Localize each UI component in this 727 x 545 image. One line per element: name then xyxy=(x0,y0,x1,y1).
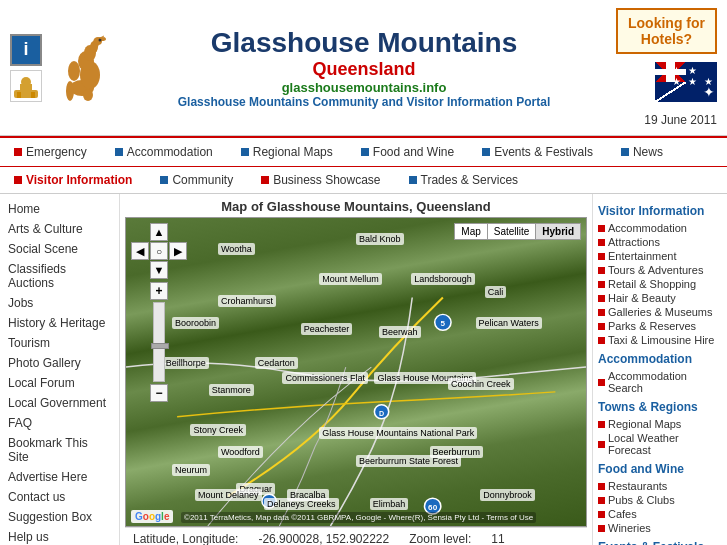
nav-square-icon xyxy=(14,176,22,184)
right-link-restaurants[interactable]: Restaurants xyxy=(598,479,722,493)
right-link-wineries[interactable]: Wineries xyxy=(598,521,722,535)
map-label-coochin: Coochin Creek xyxy=(448,378,514,390)
map-label-pelican: Pelican Waters xyxy=(476,317,542,329)
sidebar-arts-culture[interactable]: Arts & Culture xyxy=(0,219,119,239)
sidebar-advertise[interactable]: Advertise Here xyxy=(0,467,119,487)
map-label-crohamhurst: Crohamhurst xyxy=(218,295,276,307)
right-link-cafes[interactable]: Cafes xyxy=(598,507,722,521)
sidebar-home[interactable]: Home xyxy=(0,199,119,219)
svg-text:5: 5 xyxy=(441,319,446,328)
right-square-icon xyxy=(598,225,605,232)
main-nav: Emergency Accommodation Regional Maps Fo… xyxy=(0,136,727,167)
svg-point-14 xyxy=(66,81,74,101)
nav-emergency[interactable]: Emergency xyxy=(0,142,101,162)
map-label-peachester: Peachester xyxy=(301,323,353,335)
right-square-icon xyxy=(598,483,605,490)
map-zoom-slider[interactable] xyxy=(153,302,165,382)
zoom-value: 11 xyxy=(491,532,504,545)
map-label-cedarton: Cedarton xyxy=(255,357,298,369)
sidebar-tourism[interactable]: Tourism xyxy=(0,333,119,353)
nav-news[interactable]: News xyxy=(607,142,677,162)
nav-square-icon xyxy=(621,148,629,156)
nav-square-icon xyxy=(14,148,22,156)
nav-visitor-info[interactable]: Visitor Information xyxy=(0,170,146,190)
map-label-delaneys: Delaneys Creeks xyxy=(264,498,339,510)
svg-point-16 xyxy=(99,38,102,41)
right-link-taxi[interactable]: Taxi & Limousine Hire xyxy=(598,333,722,347)
map-label-baldknob: Bald Knob xyxy=(356,233,404,245)
svg-rect-3 xyxy=(17,92,21,98)
right-link-accom-search[interactable]: Accommodation Search xyxy=(598,369,722,395)
nav-community[interactable]: Community xyxy=(146,170,247,190)
nav-trades-services[interactable]: Trades & Services xyxy=(395,170,533,190)
right-link-weather[interactable]: Local Weather Forecast xyxy=(598,431,722,457)
right-link-regional-maps[interactable]: Regional Maps xyxy=(598,417,722,431)
map-nav-right[interactable]: ▶ xyxy=(169,242,187,260)
right-link-entertainment[interactable]: Entertainment xyxy=(598,249,722,263)
nav-square-icon xyxy=(261,176,269,184)
sidebar-bookmark[interactable]: Bookmark This Site xyxy=(0,433,119,467)
right-link-retail[interactable]: Retail & Shopping xyxy=(598,277,722,291)
map-btn-satellite[interactable]: Satellite xyxy=(488,224,537,239)
sidebar-help[interactable]: Help us xyxy=(0,527,119,545)
sidebar-faq[interactable]: FAQ xyxy=(0,413,119,433)
map-zoom-out[interactable]: − xyxy=(150,384,168,402)
sidebar-contact[interactable]: Contact us xyxy=(0,487,119,507)
right-section-towns-regions[interactable]: Towns & Regions xyxy=(598,400,722,414)
coords-value: -26.900028, 152.902222 xyxy=(258,532,389,545)
map-nav-down[interactable]: ▼ xyxy=(150,261,168,279)
map-btn-hybrid[interactable]: Hybrid xyxy=(536,224,580,239)
map-label-mount-delaney: Mount Delaney xyxy=(195,489,262,501)
map-nav-center[interactable]: ○ xyxy=(150,242,168,260)
sidebar-photo-gallery[interactable]: Photo Gallery xyxy=(0,353,119,373)
site-url[interactable]: glasshousemountains.info xyxy=(112,80,616,95)
site-subtitle: Queensland xyxy=(112,59,616,80)
map-title: Map of Glasshouse Mountains, Queensland xyxy=(125,199,587,214)
sidebar-suggestion[interactable]: Suggestion Box xyxy=(0,507,119,527)
map-label-stanmore: Stanmore xyxy=(209,384,254,396)
svg-point-13 xyxy=(68,61,80,81)
nav-accommodation[interactable]: Accommodation xyxy=(101,142,227,162)
right-link-accommodation[interactable]: Accommodation xyxy=(598,221,722,235)
nav-square-icon xyxy=(115,148,123,156)
right-section-accommodation[interactable]: Accommodation xyxy=(598,352,722,366)
nav-events[interactable]: Events & Festivals xyxy=(468,142,607,162)
right-section-visitor-info[interactable]: Visitor Information xyxy=(598,204,722,218)
nav-regional-maps[interactable]: Regional Maps xyxy=(227,142,347,162)
sidebar-local-forum[interactable]: Local Forum xyxy=(0,373,119,393)
map-btn-map[interactable]: Map xyxy=(455,224,487,239)
google-logo: Google xyxy=(131,510,173,523)
nav-square-icon xyxy=(160,176,168,184)
right-section-food-wine[interactable]: Food and Wine xyxy=(598,462,722,476)
hotel-search-box[interactable]: Looking for Hotels? xyxy=(616,8,717,54)
coords-bar: Latitude, Longitude: -26.900028, 152.902… xyxy=(125,527,587,545)
map-area: Map of Glasshouse Mountains, Queensland … xyxy=(120,194,592,545)
nav-business-showcase[interactable]: Business Showcase xyxy=(247,170,394,190)
sidebar-social-scene[interactable]: Social Scene xyxy=(0,239,119,259)
right-section-events[interactable]: Events & Festivals xyxy=(598,540,722,545)
map-label-neurum: Neurum xyxy=(172,464,210,476)
svg-text:60: 60 xyxy=(428,503,438,512)
sidebar-jobs[interactable]: Jobs xyxy=(0,293,119,313)
map-zoom-in[interactable]: + xyxy=(150,282,168,300)
nav-square-icon xyxy=(482,148,490,156)
map-label-cali: Cali xyxy=(485,286,507,298)
right-link-tours[interactable]: Tours & Adventures xyxy=(598,263,722,277)
map-container[interactable]: 5 D 60 6 Wootha Bald Knob Mount Mellum L… xyxy=(125,217,587,527)
right-link-hair[interactable]: Hair & Beauty xyxy=(598,291,722,305)
map-nav-up[interactable]: ▲ xyxy=(150,223,168,241)
right-link-galleries[interactable]: Galleries & Museums xyxy=(598,305,722,319)
map-nav-left[interactable]: ◀ xyxy=(131,242,149,260)
right-link-pubs[interactable]: Pubs & Clubs xyxy=(598,493,722,507)
right-link-parks[interactable]: Parks & Reserves xyxy=(598,319,722,333)
zoom-label: Zoom level: xyxy=(409,532,471,545)
sidebar-history[interactable]: History & Heritage xyxy=(0,313,119,333)
map-label-stonycreek: Stony Creek xyxy=(190,424,246,436)
nav-square-icon xyxy=(361,148,369,156)
right-link-attractions[interactable]: Attractions xyxy=(598,235,722,249)
sidebar-local-government[interactable]: Local Government xyxy=(0,393,119,413)
map-type-buttons: Map Satellite Hybrid xyxy=(454,223,581,240)
nav-food-wine[interactable]: Food and Wine xyxy=(347,142,468,162)
sidebar-classifieds[interactable]: Classifieds Auctions xyxy=(0,259,119,293)
info-icon[interactable]: i xyxy=(10,34,42,66)
